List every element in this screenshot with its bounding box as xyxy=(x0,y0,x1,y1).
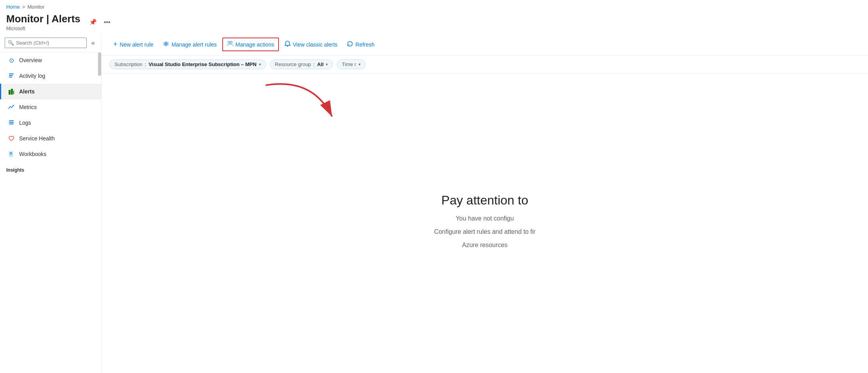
pin-button[interactable]: 📌 xyxy=(88,17,98,27)
svg-point-13 xyxy=(230,41,232,43)
sidebar-item-label-alerts: Alerts xyxy=(19,88,35,95)
svg-rect-4 xyxy=(11,89,13,95)
refresh-label: Refresh xyxy=(355,41,375,48)
sidebar-item-label-activity-log: Activity log xyxy=(19,73,45,79)
refresh-button[interactable]: Refresh xyxy=(343,38,379,50)
view-classic-alerts-button[interactable]: View classic alerts xyxy=(280,38,341,50)
sidebar-item-activity-log[interactable]: Activity log xyxy=(0,68,101,84)
manage-alert-rules-label: Manage alert rules xyxy=(171,41,217,48)
bell-icon xyxy=(284,41,291,48)
main-content: Pay attention to You have not configu Co… xyxy=(102,74,868,373)
sidebar-item-label-overview: Overview xyxy=(19,57,42,63)
manage-alert-rules-button[interactable]: Manage alert rules xyxy=(159,38,221,50)
main-layout: 🔍 « ⊙ Overview Activity log Alerts xyxy=(0,34,868,373)
collapse-button[interactable]: « xyxy=(90,38,96,48)
manage-actions-icon xyxy=(227,41,233,48)
svg-point-12 xyxy=(228,41,230,43)
view-classic-alerts-label: View classic alerts xyxy=(293,41,338,48)
page-subtitle: Microsoft xyxy=(6,26,80,31)
page-title: Monitor | Alerts xyxy=(6,13,80,25)
chevron-down-icon-time: ▾ xyxy=(359,62,361,66)
sidebar-item-overview[interactable]: ⊙ Overview xyxy=(0,52,101,68)
sidebar-search-bar: 🔍 « xyxy=(0,34,101,52)
empty-state-line3: Azure resources xyxy=(434,240,536,250)
svg-rect-3 xyxy=(9,90,11,95)
svg-rect-1 xyxy=(9,75,13,76)
sidebar-scrollbar[interactable] xyxy=(98,52,101,76)
subscription-filter-value: Visual Studio Enterprise Subscription – … xyxy=(148,61,256,67)
time-range-filter-label: Time r xyxy=(342,61,356,67)
svg-rect-8 xyxy=(9,124,14,124)
insights-section-label: Insights xyxy=(0,162,101,174)
sidebar-item-service-health[interactable]: Service Health xyxy=(0,131,101,146)
metrics-icon xyxy=(7,103,15,111)
empty-state-line2: Configure alert rules and attend to fir xyxy=(434,227,536,237)
sidebar-item-alerts[interactable]: Alerts xyxy=(0,84,101,99)
logs-icon xyxy=(7,119,15,127)
svg-rect-7 xyxy=(9,122,14,123)
resource-group-filter[interactable]: Resource group : All ▾ xyxy=(270,59,333,69)
page-header: Monitor | Alerts Microsoft 📌 ••• xyxy=(0,11,868,34)
new-alert-rule-button[interactable]: + New alert rule xyxy=(109,38,157,51)
alerts-icon xyxy=(7,88,15,95)
search-input[interactable] xyxy=(5,38,87,48)
search-icon: 🔍 xyxy=(8,40,14,46)
svg-rect-11 xyxy=(10,154,12,154)
filter-bar: Subscription : Visual Studio Enterprise … xyxy=(102,56,868,74)
sidebar-item-label-service-health: Service Health xyxy=(19,135,55,142)
breadcrumb-home[interactable]: Home xyxy=(6,4,20,10)
breadcrumb: Home > Monitor xyxy=(0,0,868,11)
sidebar-item-workbooks[interactable]: Workbooks xyxy=(0,146,101,162)
svg-rect-6 xyxy=(9,120,14,121)
annotation-arrow xyxy=(102,74,868,160)
refresh-icon xyxy=(347,41,353,48)
empty-state-line1: You have not configu xyxy=(434,214,536,223)
svg-rect-2 xyxy=(9,77,12,77)
subscription-filter-label: Subscription xyxy=(114,61,143,67)
resource-group-filter-label: Resource group xyxy=(275,61,311,67)
sidebar-item-label-metrics: Metrics xyxy=(19,104,37,110)
service-health-icon xyxy=(7,134,15,142)
svg-rect-0 xyxy=(9,74,14,74)
svg-rect-5 xyxy=(13,91,14,94)
breadcrumb-current: Monitor xyxy=(27,4,44,10)
more-button[interactable]: ••• xyxy=(102,17,112,27)
chevron-down-icon: ▾ xyxy=(259,62,261,66)
sidebar-item-label-workbooks: Workbooks xyxy=(19,151,46,157)
content-area: + New alert rule Manage alert rules Mana… xyxy=(102,34,868,373)
chevron-down-icon-rg: ▾ xyxy=(326,62,328,66)
plus-icon: + xyxy=(113,40,118,48)
toolbar: + New alert rule Manage alert rules Mana… xyxy=(102,34,868,56)
empty-state-title: Pay attention to xyxy=(434,193,536,208)
gear-icon xyxy=(163,41,169,48)
subscription-filter[interactable]: Subscription : Visual Studio Enterprise … xyxy=(109,59,266,69)
overview-icon: ⊙ xyxy=(7,56,15,64)
sidebar-nav: ⊙ Overview Activity log Alerts Metrics xyxy=(0,52,101,373)
breadcrumb-separator: > xyxy=(22,4,25,10)
new-alert-rule-label: New alert rule xyxy=(120,41,154,48)
header-icons: 📌 ••• xyxy=(88,17,112,27)
manage-actions-button[interactable]: Manage actions xyxy=(222,38,279,51)
time-range-filter[interactable]: Time r ▾ xyxy=(337,59,365,69)
workbooks-icon xyxy=(7,150,15,158)
sidebar: 🔍 « ⊙ Overview Activity log Alerts xyxy=(0,34,102,373)
activity-log-icon xyxy=(7,72,15,80)
sidebar-item-metrics[interactable]: Metrics xyxy=(0,99,101,115)
sidebar-item-logs[interactable]: Logs xyxy=(0,115,101,131)
manage-actions-label: Manage actions xyxy=(236,41,274,48)
empty-state: Pay attention to You have not configu Co… xyxy=(434,193,536,254)
svg-rect-10 xyxy=(10,152,12,153)
resource-group-filter-value: All xyxy=(317,61,324,67)
sidebar-item-label-logs: Logs xyxy=(19,120,31,126)
